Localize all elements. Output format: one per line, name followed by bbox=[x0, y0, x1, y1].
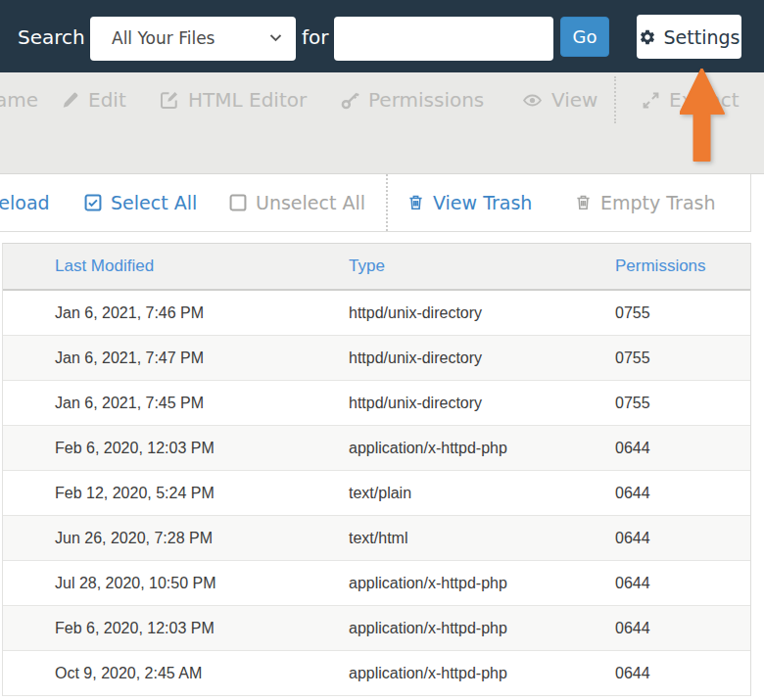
search-input[interactable] bbox=[334, 17, 553, 61]
toolbar-item-view-trash[interactable]: View Trash bbox=[407, 192, 532, 213]
table-row[interactable]: Jun 26, 2020, 7:28 PM text/html 0644 bbox=[3, 516, 750, 561]
search-navbar: Search All Your Files for Go Settings bbox=[0, 0, 764, 72]
toolbar-item-unselect-all[interactable]: Unselect All bbox=[229, 192, 365, 213]
table-row[interactable]: Feb 6, 2020, 12:03 PM application/x-http… bbox=[3, 426, 750, 471]
toolbar-item-label: Select All bbox=[111, 192, 197, 213]
settings-button[interactable]: Settings bbox=[637, 15, 741, 59]
cell-last-modified: Jun 26, 2020, 7:28 PM bbox=[3, 530, 349, 547]
trash-icon bbox=[575, 194, 592, 211]
file-manager-screen: Search All Your Files for Go Settings Re… bbox=[0, 0, 764, 700]
cell-permissions: 0755 bbox=[615, 304, 750, 322]
cell-type: httpd/unix-directory bbox=[349, 304, 615, 322]
search-scope-value: All Your Files bbox=[112, 17, 215, 61]
chevron-down-icon bbox=[269, 33, 282, 43]
toolbar-item-rename[interactable]: Rename bbox=[0, 82, 38, 117]
toolbar-divider bbox=[386, 174, 388, 231]
table-row[interactable]: Feb 6, 2020, 12:03 PM application/x-http… bbox=[3, 606, 750, 651]
for-label: for bbox=[302, 25, 329, 49]
toolbar-item-select-all[interactable]: Select All bbox=[84, 192, 197, 213]
cell-last-modified: Feb 6, 2020, 12:03 PM bbox=[3, 620, 349, 637]
toolbar-item-label: Unselect All bbox=[256, 192, 365, 213]
cell-type: text/plain bbox=[349, 485, 615, 502]
cell-permissions: 0644 bbox=[615, 530, 750, 547]
cell-permissions: 0644 bbox=[615, 620, 750, 637]
cell-last-modified: Oct 9, 2020, 2:45 AM bbox=[3, 665, 349, 682]
cell-last-modified: Jul 28, 2020, 10:50 PM bbox=[3, 575, 349, 592]
table-row[interactable]: Feb 12, 2020, 5:24 PM text/plain 0644 bbox=[3, 471, 750, 516]
cell-permissions: 0644 bbox=[615, 575, 750, 592]
cell-type: text/html bbox=[349, 530, 615, 547]
table-row[interactable]: Oct 9, 2020, 2:45 AM application/x-httpd… bbox=[3, 651, 750, 696]
search-scope-select[interactable]: All Your Files bbox=[90, 17, 296, 61]
file-action-toolbar: Rename Edit HTML Editor Permissions View bbox=[0, 72, 764, 174]
checkbox-empty-icon bbox=[229, 194, 247, 211]
toolbar-divider bbox=[614, 76, 616, 123]
cell-type: httpd/unix-directory bbox=[349, 395, 615, 412]
settings-button-label: Settings bbox=[664, 26, 740, 48]
cell-last-modified: Feb 12, 2020, 5:24 PM bbox=[3, 485, 349, 502]
file-table-header: Last Modified Type Permissions bbox=[3, 244, 750, 291]
cell-type: application/x-httpd-php bbox=[349, 440, 615, 457]
cell-type: application/x-httpd-php bbox=[349, 575, 615, 592]
cell-last-modified: Jan 6, 2021, 7:47 PM bbox=[3, 350, 349, 367]
column-header-type[interactable]: Type bbox=[349, 257, 615, 276]
toolbar-item-label: HTML Editor bbox=[188, 88, 307, 112]
toolbar-item-label: View Trash bbox=[433, 192, 532, 213]
file-table: Last Modified Type Permissions Jan 6, 20… bbox=[2, 243, 751, 696]
toolbar-item-label: Reload bbox=[0, 192, 50, 213]
column-header-last-modified[interactable]: Last Modified bbox=[3, 257, 349, 276]
cell-last-modified: Jan 6, 2021, 7:45 PM bbox=[3, 395, 349, 412]
cell-permissions: 0644 bbox=[615, 440, 750, 457]
cell-type: httpd/unix-directory bbox=[349, 350, 615, 367]
search-label: Search bbox=[18, 25, 85, 49]
toolbar-item-label: View bbox=[551, 88, 597, 112]
pencil-icon bbox=[61, 91, 79, 110]
edit-square-icon bbox=[160, 90, 179, 110]
key-icon bbox=[341, 91, 359, 110]
annotation-arrow-up-icon bbox=[680, 69, 725, 163]
cell-type: application/x-httpd-php bbox=[349, 665, 615, 682]
cell-last-modified: Feb 6, 2020, 12:03 PM bbox=[3, 440, 349, 457]
cell-permissions: 0755 bbox=[615, 395, 750, 412]
eye-icon bbox=[522, 91, 543, 110]
table-row[interactable]: Jan 6, 2021, 7:47 PM httpd/unix-director… bbox=[3, 336, 750, 381]
toolbar-item-html-editor[interactable]: HTML Editor bbox=[160, 82, 307, 117]
cell-permissions: 0644 bbox=[615, 485, 750, 502]
cell-last-modified: Jan 6, 2021, 7:46 PM bbox=[3, 304, 349, 322]
cell-permissions: 0644 bbox=[615, 665, 750, 682]
toolbar-item-label: Edit bbox=[88, 88, 126, 112]
toolbar-item-label: Rename bbox=[0, 88, 38, 112]
cell-permissions: 0755 bbox=[615, 350, 750, 367]
trash-icon bbox=[407, 194, 424, 211]
go-button[interactable]: Go bbox=[560, 17, 609, 57]
toolbar-item-reload[interactable]: Reload bbox=[0, 192, 50, 213]
expand-arrows-icon bbox=[642, 91, 660, 110]
toolbar-item-view[interactable]: View bbox=[522, 82, 597, 117]
table-row[interactable]: Jul 28, 2020, 10:50 PM application/x-htt… bbox=[3, 561, 750, 606]
checkbox-checked-icon bbox=[84, 194, 102, 211]
selection-toolbar: Reload Select All Unselect All View Tras… bbox=[0, 174, 751, 232]
cell-type: application/x-httpd-php bbox=[349, 620, 615, 637]
toolbar-item-label: Permissions bbox=[368, 88, 484, 112]
table-row[interactable]: Jan 6, 2021, 7:46 PM httpd/unix-director… bbox=[3, 291, 750, 336]
column-header-permissions[interactable]: Permissions bbox=[615, 257, 750, 276]
toolbar-item-permissions[interactable]: Permissions bbox=[341, 82, 484, 117]
toolbar-item-edit[interactable]: Edit bbox=[61, 82, 126, 117]
toolbar-item-label: Empty Trash bbox=[600, 192, 716, 213]
table-row[interactable]: Jan 6, 2021, 7:45 PM httpd/unix-director… bbox=[3, 381, 750, 426]
toolbar-item-empty-trash[interactable]: Empty Trash bbox=[575, 192, 716, 213]
gear-icon bbox=[639, 28, 656, 46]
